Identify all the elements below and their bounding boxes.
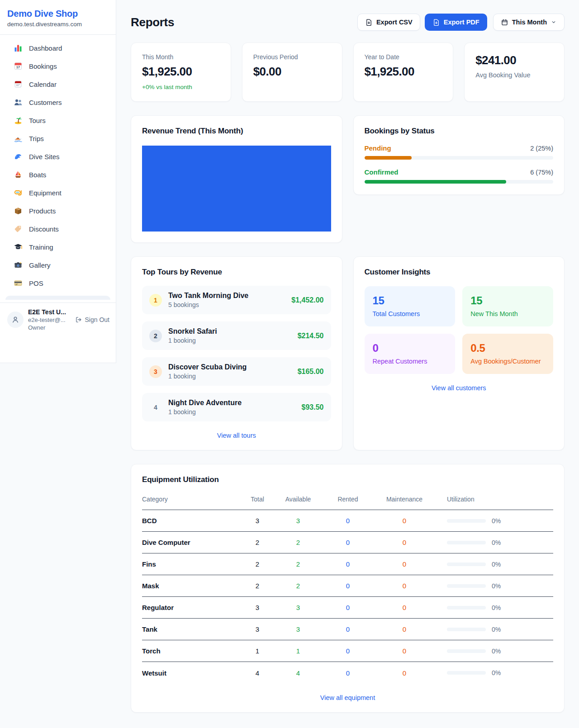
sidebar-item-label: Gallery xyxy=(29,261,51,269)
brand-name: Demo Dive Shop xyxy=(7,9,109,19)
rank-badge: 2 xyxy=(149,330,162,342)
customer-insights-card: Customer Insights 15 Total Customers 15 … xyxy=(353,256,565,450)
view-all-equipment-link[interactable]: View all equipment xyxy=(142,694,553,701)
utilization-bar-track xyxy=(447,519,486,523)
tour-revenue: $1,452.00 xyxy=(291,296,323,304)
table-row: Torch 1 1 0 0 0% xyxy=(142,640,553,662)
sign-out-button[interactable]: Sign Out xyxy=(75,316,109,323)
revenue-trend-chart xyxy=(142,146,331,232)
period-label: This Month xyxy=(512,19,547,26)
tour-revenue: $93.50 xyxy=(302,403,324,411)
table-row: Tank 3 3 0 0 0% xyxy=(142,619,553,640)
stat-value: $0.00 xyxy=(253,65,331,79)
sidebar-item-equipment[interactable]: Equipment xyxy=(0,184,116,202)
export-pdf-button[interactable]: Export PDF xyxy=(425,14,487,31)
equipment-utilization-title: Equipment Utilization xyxy=(142,475,553,484)
export-csv-button[interactable]: Export CSV xyxy=(357,14,420,31)
sidebar-item-bookings[interactable]: 17 Bookings xyxy=(0,57,116,75)
sidebar-item-dive-sites[interactable]: Dive Sites xyxy=(0,147,116,165)
sidebar-item-trips[interactable]: Trips xyxy=(0,129,116,147)
rank-badge: 1 xyxy=(149,294,162,307)
cell-rented: 0 xyxy=(323,560,373,568)
calendar-icon xyxy=(501,19,508,26)
sidebar-item-label: Training xyxy=(29,243,53,251)
tour-bookings: 1 booking xyxy=(168,337,217,344)
sidebar-item-tours[interactable]: Tours xyxy=(0,111,116,129)
avatar xyxy=(7,312,24,328)
insight-label: Total Customers xyxy=(373,310,447,317)
cell-category: Torch xyxy=(142,647,242,655)
equipment-table: Category Total Available Rented Maintena… xyxy=(142,491,553,684)
cell-available: 3 xyxy=(273,517,323,525)
cell-category: Tank xyxy=(142,625,242,633)
utilization-percent: 0% xyxy=(492,517,501,525)
utilization-bar-track xyxy=(447,628,486,631)
cell-total: 4 xyxy=(242,669,273,677)
pos-icon xyxy=(14,279,23,288)
stat-delta: +0% vs last month xyxy=(142,84,220,90)
utilization-bar-track xyxy=(447,671,486,675)
tour-list: 1 Two Tank Morning Dive 5 bookings $1,45… xyxy=(142,277,331,421)
logout-icon xyxy=(75,316,82,323)
sidebar-active-item-partial[interactable] xyxy=(5,296,110,300)
sidebar-item-products[interactable]: Products xyxy=(0,202,116,220)
sidebar-item-training[interactable]: Training xyxy=(0,238,116,256)
cell-maintenance: 0 xyxy=(373,604,436,611)
calendar-icon xyxy=(14,80,23,89)
sign-out-label: Sign Out xyxy=(85,316,109,323)
sidebar-item-dashboard[interactable]: Dashboard xyxy=(0,39,116,57)
stat-card-avg-booking-value: $241.00 Avg Booking Value xyxy=(464,43,565,102)
discounts-icon xyxy=(14,224,23,233)
table-row: Mask 2 2 0 0 0% xyxy=(142,575,553,597)
sidebar-item-label: Bookings xyxy=(29,62,57,70)
sidebar-item-discounts[interactable]: Discounts xyxy=(0,220,116,238)
sidebar-item-pos[interactable]: POS xyxy=(0,274,116,292)
tour-name: Snorkel Safari xyxy=(168,327,217,336)
period-select[interactable]: This Month xyxy=(493,14,565,31)
file-download-icon xyxy=(432,19,440,26)
view-all-customers-link[interactable]: View all customers xyxy=(365,384,554,392)
cell-category: Regulator xyxy=(142,604,242,611)
sidebar-item-customers[interactable]: Customers xyxy=(0,93,116,111)
sidebar-nav: Dashboard 17 Bookings Calendar Customers… xyxy=(0,35,116,292)
sidebar-item-label: POS xyxy=(29,279,43,287)
tours-icon xyxy=(14,116,23,125)
table-row: Dive Computer 2 2 0 0 0% xyxy=(142,532,553,553)
cell-maintenance: 0 xyxy=(373,647,436,655)
lists-row: Top Tours by Revenue 1 Two Tank Morning … xyxy=(131,256,565,450)
export-csv-label: Export CSV xyxy=(376,19,413,26)
dashboard-icon xyxy=(14,43,23,52)
cell-available: 2 xyxy=(273,560,323,568)
user-role: Owner xyxy=(28,324,66,331)
insight-tile: 15 Total Customers xyxy=(365,286,456,326)
sidebar-item-label: Customers xyxy=(29,99,62,106)
stat-card-this-month: This Month $1,925.00 +0% vs last month xyxy=(131,43,231,102)
cell-total: 3 xyxy=(242,517,273,525)
cell-rented: 0 xyxy=(323,604,373,611)
equipment-rows: BCD 3 3 0 0 0% Dive Computer 2 2 0 0 0% … xyxy=(142,510,553,684)
tour-list-item: 3 Discover Scuba Diving 1 booking $165.0… xyxy=(142,357,331,386)
status-label: Pending xyxy=(365,144,391,152)
bookings-by-status-title: Bookings by Status xyxy=(365,127,554,136)
tour-bookings: 1 booking xyxy=(168,408,242,416)
stat-card-previous-period: Previous Period $0.00 xyxy=(242,43,342,102)
tour-list-item: 2 Snorkel Safari 1 booking $214.50 xyxy=(142,321,331,350)
col-header-utilization: Utilization xyxy=(436,496,553,503)
main-content: Reports Export CSV Export PDF xyxy=(116,0,579,728)
status-count: 2 (25%) xyxy=(530,145,553,152)
export-pdf-label: Export PDF xyxy=(444,19,479,26)
status-rows: Pending 2 (25%) Confirmed 6 (75%) xyxy=(365,144,554,184)
table-row: Wetsuit 4 4 0 0 0% xyxy=(142,662,553,684)
equipment-icon xyxy=(14,188,23,197)
chevron-down-icon xyxy=(551,19,557,25)
utilization-bar-track xyxy=(447,584,486,588)
sidebar-item-boats[interactable]: Boats xyxy=(0,165,116,184)
sidebar-item-calendar[interactable]: Calendar xyxy=(0,75,116,93)
col-header-total: Total xyxy=(242,496,273,503)
sidebar-item-gallery[interactable]: Gallery xyxy=(0,256,116,274)
user-name: E2E Test U... xyxy=(28,308,66,316)
view-all-tours-link[interactable]: View all tours xyxy=(142,432,331,439)
cell-rented: 0 xyxy=(323,517,373,525)
col-header-available: Available xyxy=(273,496,323,503)
trips-icon xyxy=(14,134,23,143)
